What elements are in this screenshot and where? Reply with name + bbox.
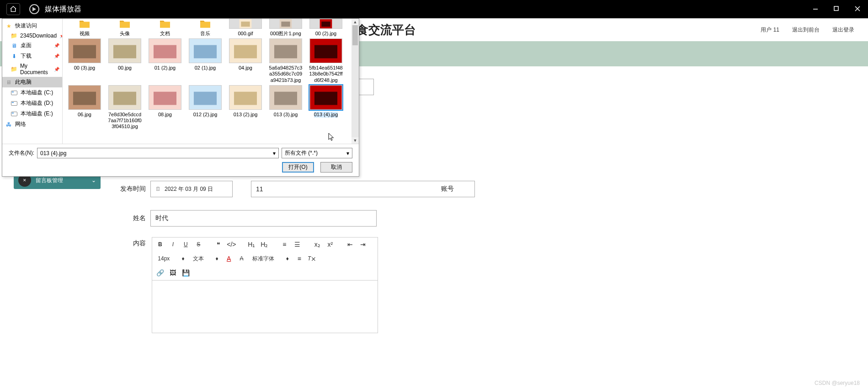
file-dialog-sidebar: ★快速访问 📁2345Download📌 🖥桌面📌 ⬇下载📌 📁My Docum… (2, 19, 63, 144)
editor-toolbar-2: 14px♦ 文本♦ A A 标准字体♦ ≡ T⨯ (152, 252, 378, 266)
svg-rect-16 (154, 45, 176, 59)
file-item[interactable]: 视频 (67, 19, 102, 37)
file-item[interactable]: 00 (3).jpg (67, 38, 102, 83)
file-item[interactable]: 5a6a948257c3a355d68c7c09a9421b73.jpg (268, 38, 303, 83)
minimize-button[interactable] (812, 5, 820, 13)
link-button[interactable]: 🔗 (156, 269, 164, 277)
user-label[interactable]: 用户 11 (761, 26, 779, 34)
sidebar-desktop[interactable]: 🖥桌面📌 (2, 40, 62, 51)
name-label: 姓名 (120, 214, 146, 222)
content-label: 内容 (120, 239, 146, 248)
logout-link[interactable]: 退出登录 (832, 26, 854, 34)
svg-rect-30 (154, 92, 176, 105)
file-item[interactable]: 音乐 (188, 19, 223, 37)
file-item[interactable]: 000图片1.png (268, 19, 303, 37)
ul-button[interactable]: ☰ (293, 240, 301, 249)
file-item[interactable]: 012 (2).jpg (188, 85, 223, 130)
bold-button[interactable]: B (156, 240, 164, 249)
bg-color-button[interactable]: A (238, 254, 246, 263)
file-item[interactable]: 02 (1).jpg (188, 38, 223, 83)
svg-rect-12 (73, 45, 96, 59)
sidebar-card-bg (14, 189, 101, 203)
cancel-button[interactable]: 取消 (320, 162, 352, 173)
clear-format-button[interactable]: T⨯ (308, 254, 316, 263)
h2-button[interactable]: H₂ (260, 240, 268, 249)
italic-button[interactable]: I (169, 240, 177, 249)
font-size-select[interactable]: 14px♦ (156, 255, 186, 262)
text-menu-select[interactable]: 文本♦ (191, 255, 220, 263)
account-label: 账号 (431, 185, 454, 193)
sidebar-drive-e[interactable]: 本地磁盘 (E:) (2, 108, 62, 119)
svg-rect-32 (194, 92, 217, 105)
close-button[interactable] (854, 5, 862, 13)
file-item[interactable]: 013 (3).jpg (268, 85, 303, 130)
publish-date-input[interactable]: 🗓 2022 年 03 月 09 日 (150, 181, 233, 197)
play-icon (29, 4, 39, 14)
file-item[interactable]: 04.jpg (228, 38, 263, 83)
code-button[interactable]: </> (227, 240, 235, 249)
scroll-track[interactable] (351, 25, 359, 137)
scroll-down-button[interactable]: ▼ (351, 137, 359, 144)
dropdown-icon[interactable]: ▾ (346, 150, 349, 157)
sidebar-this-pc[interactable]: 🖥此电脑 (2, 77, 62, 87)
page-title: 食交流平台 (357, 22, 416, 38)
sidebar-2345download[interactable]: 📁2345Download📌 (2, 31, 62, 40)
indent-button[interactable]: ⇥ (359, 240, 367, 249)
sup-button[interactable]: x² (326, 240, 334, 249)
svg-rect-14 (113, 45, 136, 59)
scroll-up-button[interactable]: ▲ (351, 19, 359, 25)
svg-rect-10 (321, 22, 330, 27)
font-family-select[interactable]: 标准字体♦ (250, 255, 291, 263)
sidebar-downloads[interactable]: ⬇下载📌 (2, 51, 62, 61)
name-input[interactable] (150, 210, 377, 227)
file-grid: 视频头像文档音乐000.gif000图片1.png00 (2).jpg00 (3… (63, 19, 359, 144)
scrollbar[interactable]: ▲ ▼ (351, 19, 359, 144)
file-item[interactable]: 08.jpg (148, 85, 182, 130)
image-button[interactable]: 🖼 (169, 269, 177, 277)
editor-content[interactable] (152, 280, 378, 333)
home-button[interactable] (6, 3, 20, 15)
file-item[interactable]: 013 (4).jpg (309, 85, 343, 130)
publish-label: 发布时间 (120, 185, 146, 193)
svg-rect-38 (314, 92, 337, 105)
file-item[interactable]: 00 (2).jpg (309, 19, 343, 37)
sidebar-mydocs[interactable]: 📁My Documents📌 (2, 61, 62, 77)
sidebar-network[interactable]: 🖧网络 (2, 119, 62, 130)
file-item[interactable]: 00.jpg (107, 38, 142, 83)
sub-button[interactable]: x₂ (313, 240, 321, 249)
open-button[interactable]: 打开(O) (282, 162, 314, 173)
input-peek (359, 79, 374, 95)
save-button[interactable]: 💾 (181, 269, 190, 277)
h1-button[interactable]: H₁ (247, 240, 256, 249)
dropdown-icon[interactable]: ▾ (273, 150, 276, 157)
sidebar-drive-c[interactable]: 本地磁盘 (C:) (2, 87, 62, 98)
svg-rect-36 (274, 92, 297, 105)
file-item[interactable]: 5fb14ea651f4813b8e0b7542ffd6f248.jpg (309, 38, 343, 83)
watermark: CSDN @seryue18 (815, 380, 860, 386)
svg-rect-26 (73, 92, 96, 105)
file-item[interactable]: 06.jpg (67, 85, 102, 130)
svg-rect-2 (834, 6, 838, 11)
file-item[interactable]: 013 (2).jpg (228, 85, 263, 130)
file-item[interactable]: 000.gif (228, 19, 263, 37)
underline-button[interactable]: U (181, 240, 190, 249)
sidebar-quick-access[interactable]: ★快速访问 (2, 21, 62, 31)
ol-button[interactable]: ≡ (280, 240, 288, 249)
file-item[interactable]: 文档 (148, 19, 182, 37)
file-item[interactable]: 01 (2).jpg (148, 38, 182, 83)
filter-select[interactable]: 所有文件 (*.*)▾ (282, 148, 352, 158)
align-button[interactable]: ≡ (295, 254, 304, 263)
maximize-button[interactable] (833, 5, 841, 13)
scroll-thumb[interactable] (352, 25, 358, 45)
outdent-button[interactable]: ⇤ (346, 240, 354, 249)
file-item[interactable]: 7e8d30e5dccd7aa7f71b160f03f04510.jpg (107, 85, 142, 130)
sidebar-drive-d[interactable]: 本地磁盘 (D:) (2, 98, 62, 108)
logout-front-link[interactable]: 退出到前台 (792, 26, 820, 34)
quote-button[interactable]: ❝ (214, 240, 223, 249)
svg-rect-34 (234, 92, 257, 105)
font-color-button[interactable]: A (225, 254, 233, 263)
filename-input[interactable]: 013 (4).jpg▾ (37, 148, 279, 158)
strike-button[interactable]: S (194, 240, 202, 249)
file-dialog-footer: 文件名(N): 013 (4).jpg▾ 所有文件 (*.*)▾ 打开(O) 取… (2, 144, 359, 176)
file-item[interactable]: 头像 (107, 19, 142, 37)
